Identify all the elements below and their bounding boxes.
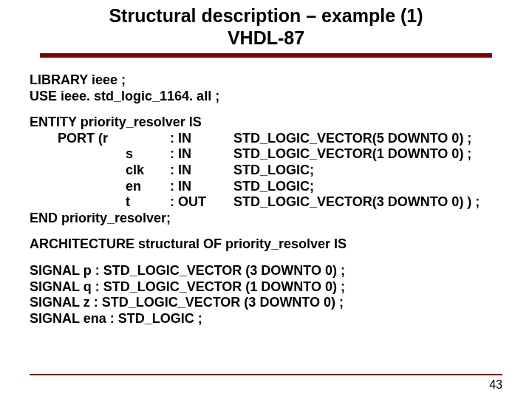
slide-title: Structural description – example (1) VHD… bbox=[0, 0, 532, 49]
code-block: LIBRARY ieee ; USE ieee. std_logic_1164.… bbox=[0, 58, 532, 327]
signal-ena: SIGNAL ena : STD_LOGIC ; bbox=[30, 311, 502, 327]
use-line: USE ieee. std_logic_1164. all ; bbox=[30, 89, 502, 105]
port-s: s: IN STD_LOGIC_VECTOR(1 DOWNTO 0) ; bbox=[30, 146, 502, 163]
signal-q: SIGNAL q : STD_LOGIC_VECTOR (1 DOWNTO 0)… bbox=[30, 279, 502, 296]
signal-z: SIGNAL z : STD_LOGIC_VECTOR (3 DOWNTO 0)… bbox=[30, 295, 502, 311]
port-r: PORT (r : IN STD_LOGIC_VECTOR(5 DOWNTO 0… bbox=[30, 131, 502, 147]
title-line-2: VHDL-87 bbox=[0, 27, 532, 49]
port-en: en: IN STD_LOGIC; bbox=[30, 179, 502, 195]
title-line-1: Structural description – example (1) bbox=[0, 4, 532, 27]
signal-p: SIGNAL p : STD_LOGIC_VECTOR (3 DOWNTO 0)… bbox=[30, 263, 502, 279]
library-line: LIBRARY ieee ; bbox=[30, 72, 502, 89]
page-number: 43 bbox=[489, 378, 502, 392]
port-t: t: OUT STD_LOGIC_VECTOR(3 DOWNTO 0) ) ; bbox=[30, 194, 502, 211]
port-clk: clk: IN STD_LOGIC; bbox=[30, 163, 502, 179]
entity-decl: ENTITY priority_resolver IS bbox=[30, 115, 502, 131]
end-entity: END priority_resolver; bbox=[30, 211, 502, 227]
footer-rule bbox=[30, 374, 502, 375]
architecture-decl: ARCHITECTURE structural OF priority_reso… bbox=[30, 236, 502, 253]
